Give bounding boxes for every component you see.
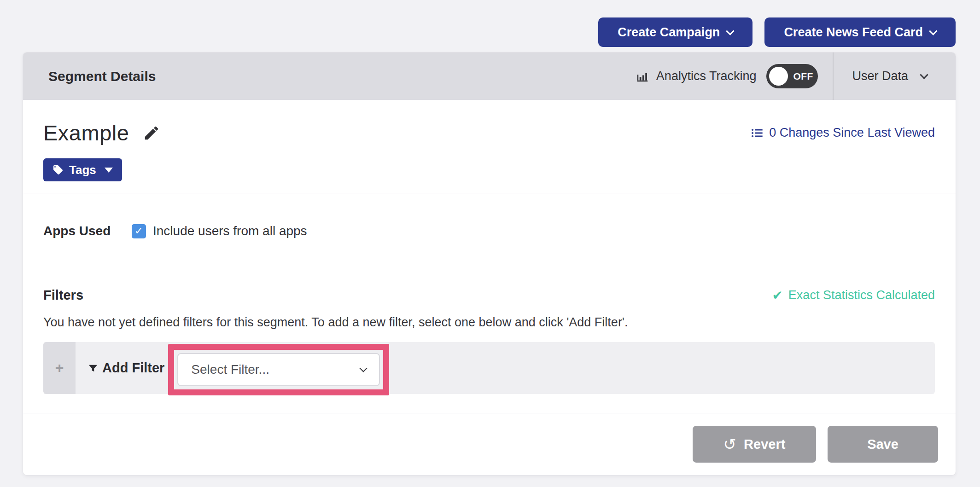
segment-details-card: Segment Details Analytics Tracking OFF U… bbox=[23, 52, 956, 475]
status-label: Exact Statistics Calculated bbox=[788, 288, 935, 302]
chevron-down-icon bbox=[929, 27, 937, 35]
bar-chart-icon bbox=[636, 70, 649, 83]
filter-select[interactable]: Select Filter... bbox=[177, 353, 380, 386]
create-news-feed-card-button[interactable]: Create News Feed Card bbox=[764, 17, 956, 47]
chevron-down-icon bbox=[726, 27, 735, 35]
revert-button[interactable]: ↺ Revert bbox=[693, 426, 816, 463]
create-news-feed-label: Create News Feed Card bbox=[784, 25, 923, 40]
create-campaign-label: Create Campaign bbox=[618, 25, 720, 40]
card-footer: ↺ Revert Save bbox=[23, 413, 956, 475]
segment-name: Example bbox=[43, 120, 129, 145]
add-filter-plus-button[interactable]: + bbox=[43, 342, 76, 394]
changes-since-last-viewed-link[interactable]: 0 Changes Since Last Viewed bbox=[751, 126, 935, 140]
chevron-down-icon bbox=[360, 364, 368, 372]
page-title: Segment Details bbox=[48, 69, 156, 84]
save-button[interactable]: Save bbox=[828, 426, 938, 463]
user-data-dropdown[interactable]: User Data bbox=[834, 52, 956, 100]
caret-down-icon bbox=[105, 168, 113, 173]
filters-heading: Filters bbox=[43, 288, 83, 303]
apps-used-section: Apps Used ✓ Include users from all apps bbox=[23, 193, 956, 269]
chevron-down-icon bbox=[920, 70, 928, 79]
add-filter-label: Add Filter bbox=[102, 360, 164, 376]
revert-label: Revert bbox=[744, 437, 785, 452]
list-icon bbox=[751, 127, 764, 139]
analytics-tracking-label: Analytics Tracking bbox=[656, 69, 757, 83]
save-label: Save bbox=[867, 437, 898, 452]
filter-funnel-icon bbox=[88, 363, 98, 373]
filter-select-value: Select Filter... bbox=[191, 362, 269, 377]
analytics-tracking-group: Analytics Tracking bbox=[636, 69, 757, 83]
segment-title-section: Example 0 Changes Since Last Viewed bbox=[23, 100, 956, 193]
include-all-apps-checkbox[interactable]: ✓ bbox=[132, 224, 146, 238]
changes-link-label: 0 Changes Since Last Viewed bbox=[769, 126, 935, 140]
check-icon: ✔ bbox=[772, 288, 782, 303]
toggle-knob bbox=[769, 67, 788, 86]
plus-icon: + bbox=[55, 359, 64, 377]
add-filter-button[interactable]: Add Filter bbox=[88, 360, 164, 376]
pencil-icon bbox=[143, 124, 160, 142]
exact-statistics-status: ✔ Exact Statistics Calculated bbox=[772, 288, 935, 303]
revert-arrow-icon: ↺ bbox=[723, 436, 737, 452]
tags-button-label: Tags bbox=[69, 163, 96, 177]
filters-instruction-text: You have not yet defined filters for thi… bbox=[43, 315, 935, 330]
checkmark-icon: ✓ bbox=[134, 225, 143, 237]
toggle-state-label: OFF bbox=[793, 71, 813, 82]
filters-section: Filters ✔ Exact Statistics Calculated Yo… bbox=[23, 269, 956, 413]
analytics-tracking-toggle[interactable]: OFF bbox=[766, 64, 818, 88]
highlight-annotation: Select Filter... bbox=[168, 344, 389, 395]
tags-button[interactable]: Tags bbox=[43, 158, 122, 181]
user-data-label: User Data bbox=[852, 69, 908, 83]
header-right-group: Analytics Tracking OFF User Data bbox=[636, 52, 956, 100]
edit-name-button[interactable] bbox=[143, 124, 160, 142]
add-filter-row: Add Filter Select Filter... bbox=[76, 342, 935, 394]
add-filter-bar: + Add Filter Select Filter... bbox=[43, 342, 935, 394]
card-header: Segment Details Analytics Tracking OFF U… bbox=[23, 52, 956, 100]
top-action-bar: Create Campaign Create News Feed Card bbox=[598, 17, 956, 47]
include-all-apps-label: Include users from all apps bbox=[153, 224, 307, 238]
create-campaign-button[interactable]: Create Campaign bbox=[598, 17, 752, 47]
tag-icon bbox=[52, 164, 64, 175]
apps-used-label: Apps Used bbox=[43, 224, 132, 238]
